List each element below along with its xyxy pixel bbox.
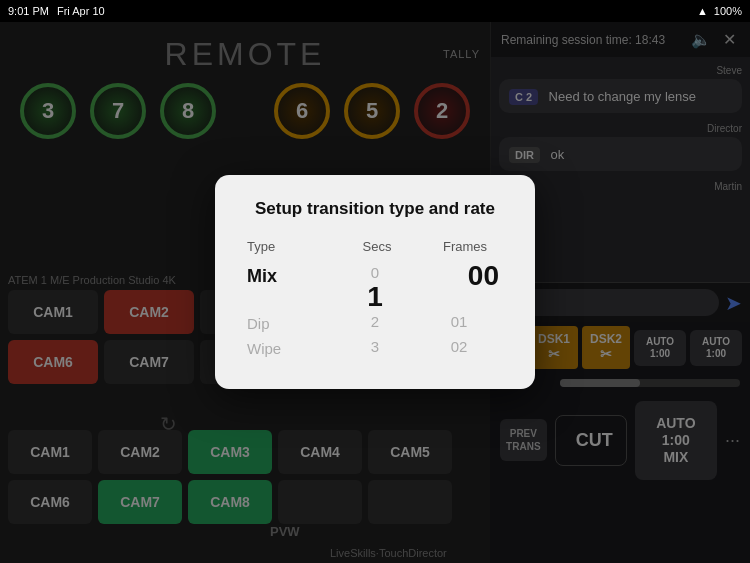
battery-label: 100% (714, 5, 742, 17)
wifi-icon: ▲ (697, 5, 708, 17)
modal-dialog: Setup transition type and rate Type Secs… (215, 175, 535, 389)
modal-header-secs: Secs (331, 239, 419, 262)
modal-secs-1[interactable]: 1 (331, 283, 419, 311)
modal-secs-3[interactable]: 3 (331, 336, 419, 361)
modal-header-type: Type (243, 239, 331, 262)
status-time: 9:01 PM (8, 5, 49, 17)
modal-type-wipe[interactable]: Wipe (243, 336, 331, 361)
modal-header-frames: Frames (419, 239, 507, 262)
modal-type-dip[interactable]: Dip (243, 311, 331, 336)
modal-frames-02[interactable]: 02 (419, 336, 507, 361)
modal-type-mix[interactable]: Mix (243, 262, 331, 311)
modal-frames-mix: 00 (419, 262, 507, 311)
modal-frames-01[interactable]: 01 (419, 311, 507, 336)
modal-title: Setup transition type and rate (243, 199, 507, 219)
modal-frames-00[interactable]: 00 (419, 262, 507, 290)
modal-columns: Type Secs Frames Mix 0 1 00 Dip 2 01 Wip… (243, 239, 507, 361)
modal-overlay[interactable]: Setup transition type and rate Type Secs… (0, 0, 750, 563)
modal-secs-0[interactable]: 0 (331, 262, 419, 283)
modal-secs-2[interactable]: 2 (331, 311, 419, 336)
status-date: Fri Apr 10 (57, 5, 105, 17)
status-bar: 9:01 PM Fri Apr 10 ▲ 100% (0, 0, 750, 22)
modal-secs-mix: 0 1 (331, 262, 419, 311)
